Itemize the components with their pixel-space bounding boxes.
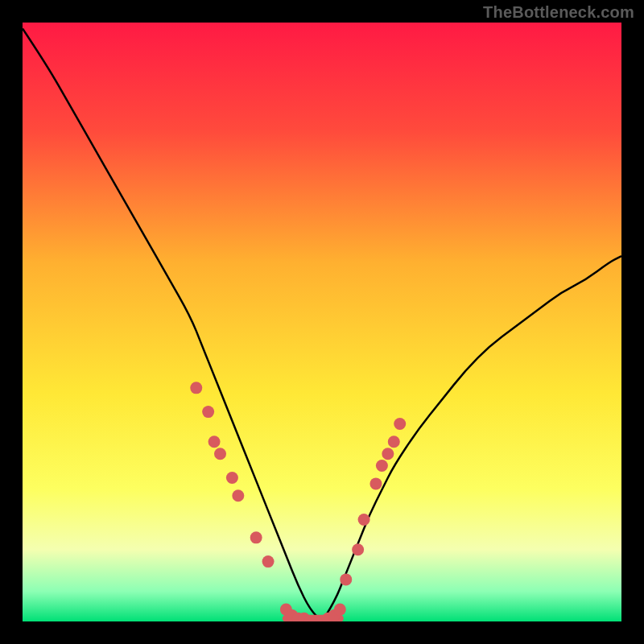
data-marker <box>190 382 202 394</box>
chart-container: TheBottleneck.com <box>0 0 644 644</box>
data-marker <box>208 436 221 448</box>
data-marker <box>202 406 214 418</box>
data-marker <box>340 573 352 585</box>
data-marker <box>334 604 346 616</box>
data-marker <box>250 531 262 543</box>
chart-curves <box>23 23 621 621</box>
data-marker <box>382 448 394 460</box>
data-marker <box>262 555 275 568</box>
data-marker <box>369 477 382 489</box>
right-curve <box>322 256 621 621</box>
data-marker <box>358 514 370 526</box>
left-curve <box>23 28 322 621</box>
data-marker <box>232 489 244 502</box>
chart-plot-area <box>23 23 621 621</box>
data-marker <box>376 460 388 472</box>
data-marker <box>394 418 406 430</box>
watermark-text: TheBottleneck.com <box>483 3 634 22</box>
data-marker <box>226 472 238 484</box>
data-marker <box>388 436 400 448</box>
data-marker <box>352 543 364 555</box>
data-marker <box>214 448 226 460</box>
